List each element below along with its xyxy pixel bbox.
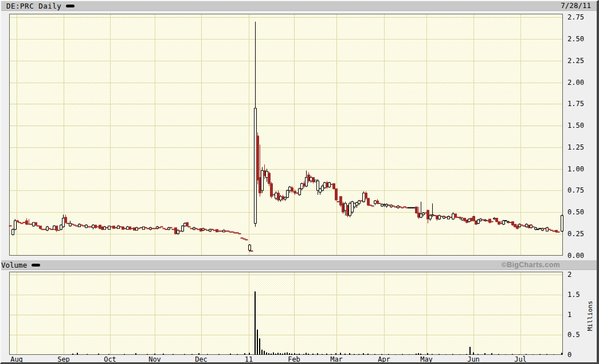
- svg-text:Apr: Apr: [378, 355, 390, 363]
- svg-text:0: 0: [567, 351, 571, 359]
- volume-unit-label: Millions: [586, 301, 594, 331]
- date-axis-labels: AugSepOctNovDec11FebMarAprMayJunJul: [10, 355, 527, 363]
- svg-text:11: 11: [245, 355, 253, 363]
- svg-text:1.5: 1.5: [567, 291, 580, 299]
- svg-text:Oct: Oct: [104, 355, 116, 363]
- svg-text:1.00: 1.00: [567, 165, 584, 173]
- svg-text:Jul: Jul: [514, 355, 527, 363]
- svg-text:Sep: Sep: [57, 355, 70, 363]
- chart-canvas: 0.000.250.500.751.001.251.501.752.002.25…: [1, 1, 599, 364]
- svg-text:Dec: Dec: [195, 355, 208, 363]
- svg-text:Aug: Aug: [10, 355, 23, 363]
- svg-text:Nov: Nov: [148, 355, 161, 363]
- svg-text:0.75: 0.75: [567, 186, 584, 194]
- price-axis-labels: 0.000.250.500.751.001.251.501.752.002.25…: [567, 13, 584, 259]
- svg-text:May: May: [420, 355, 433, 363]
- svg-text:1.75: 1.75: [567, 100, 584, 108]
- svg-text:2: 2: [567, 271, 571, 279]
- svg-text:Mar: Mar: [330, 355, 343, 363]
- svg-text:2.00: 2.00: [567, 79, 584, 87]
- volume-axis-labels: 00.511.52Millions: [567, 271, 594, 359]
- svg-text:2.75: 2.75: [567, 13, 584, 21]
- svg-text:2.25: 2.25: [567, 57, 584, 65]
- svg-text:0.25: 0.25: [567, 230, 584, 238]
- svg-text:1.50: 1.50: [567, 122, 584, 130]
- svg-text:0.50: 0.50: [567, 208, 584, 216]
- svg-text:Jun: Jun: [467, 355, 480, 363]
- bigcharts-window: DE:PRC Daily 7/28/11 Volume ©BigCharts.c…: [0, 0, 599, 364]
- svg-text:0.5: 0.5: [567, 331, 580, 339]
- svg-text:Feb: Feb: [288, 355, 300, 363]
- svg-text:1.25: 1.25: [567, 143, 584, 151]
- svg-text:2.50: 2.50: [567, 35, 584, 43]
- svg-text:0.00: 0.00: [567, 252, 584, 260]
- svg-text:1: 1: [567, 311, 571, 319]
